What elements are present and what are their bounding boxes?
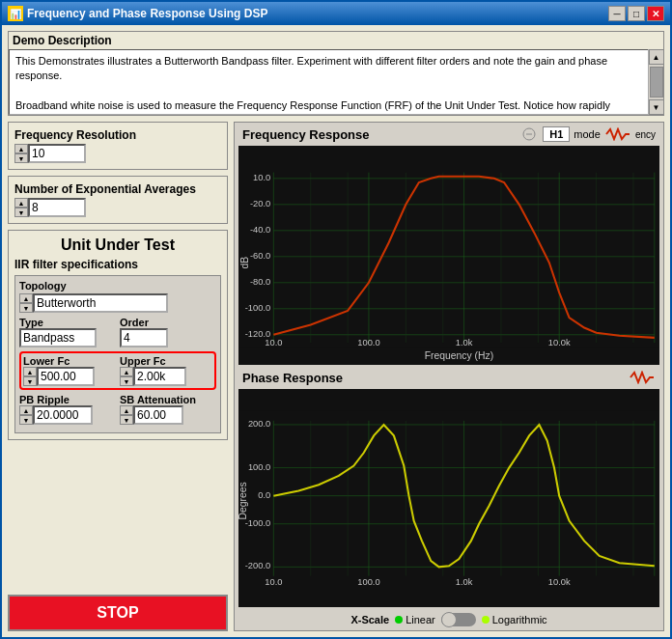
upper-fc-label: Upper Fc <box>120 355 212 367</box>
upper-fc-input[interactable]: 2.00k <box>133 367 186 386</box>
svg-text:-200.0: -200.0 <box>245 561 270 570</box>
svg-text:0.0: 0.0 <box>258 489 270 499</box>
frequency-resolution-box: Frequency Resolution ▲ ▼ 10 <box>8 122 228 170</box>
mode-text: mode <box>574 128 601 140</box>
minimize-button[interactable]: ─ <box>608 6 626 21</box>
left-panel: Frequency Resolution ▲ ▼ 10 Number of Ex… <box>8 122 228 631</box>
svg-text:100.0: 100.0 <box>357 577 379 587</box>
xscale-toggle[interactable] <box>441 613 476 626</box>
svg-text:1.0k: 1.0k <box>456 577 473 587</box>
pb-ripple-spin[interactable]: ▲ ▼ <box>19 405 33 425</box>
demo-description-label: Demo Description <box>9 32 663 49</box>
linear-indicator <box>395 616 403 624</box>
svg-text:dB: dB <box>239 257 250 269</box>
frequency-spin-down[interactable]: ▼ <box>14 153 28 163</box>
right-panel: Frequency Response H1 mode ency <box>234 122 664 631</box>
ripple-atten-row: PB Ripple ▲ ▼ 20.0000 SB <box>19 394 216 425</box>
frequency-spin-control[interactable]: ▲ ▼ <box>14 144 28 163</box>
close-button[interactable]: ✕ <box>647 6 664 21</box>
exponential-averages-label: Number of Exponential Averages <box>14 182 221 196</box>
type-col: Type Bandpass <box>19 317 116 347</box>
window-title: Frequency and Phase Response Using DSP <box>27 7 608 20</box>
svg-text:10.0k: 10.0k <box>548 338 571 347</box>
sb-spin-up[interactable]: ▲ <box>120 405 133 415</box>
scroll-up-arrow[interactable]: ▲ <box>649 49 664 65</box>
linear-scale-item: Linear <box>395 614 435 625</box>
averages-spin-up[interactable]: ▲ <box>14 198 28 208</box>
phase-chart-header: Phase Response <box>238 371 659 385</box>
lower-fc-label: Lower Fc <box>23 355 116 367</box>
sb-spin-down[interactable]: ▼ <box>120 415 133 425</box>
pb-ripple-input-row: ▲ ▼ 20.0000 <box>19 405 116 425</box>
lower-fc-spin-down[interactable]: ▼ <box>23 376 37 386</box>
mode-controls: H1 mode ency <box>519 126 656 142</box>
h1-mode-icon <box>519 127 539 141</box>
svg-text:10.0: 10.0 <box>265 577 282 587</box>
frequency-resolution-label: Frequency Resolution <box>14 128 221 142</box>
scroll-thumb[interactable] <box>650 67 663 97</box>
title-bar: 📊 Frequency and Phase Response Using DSP… <box>2 2 670 25</box>
fc-highlighted-box: Lower Fc ▲ ▼ 500.00 Uppe <box>19 351 216 390</box>
pb-spin-up[interactable]: ▲ <box>19 405 33 415</box>
title-bar-buttons: ─ □ ✕ <box>608 6 664 21</box>
order-label: Order <box>120 317 216 328</box>
log-indicator <box>482 616 490 624</box>
topology-spin-up[interactable]: ▲ <box>19 293 33 303</box>
lower-fc-spin[interactable]: ▲ ▼ <box>23 367 37 386</box>
topology-spin-down[interactable]: ▼ <box>19 303 33 313</box>
pb-ripple-label: PB Ripple <box>19 394 116 405</box>
svg-text:-40.0: -40.0 <box>250 225 270 235</box>
sb-spin[interactable]: ▲ ▼ <box>120 405 133 425</box>
svg-text:200.0: 200.0 <box>248 419 270 429</box>
logarithmic-label: Logarithmic <box>492 614 547 625</box>
upper-fc-spin-down[interactable]: ▼ <box>120 376 133 386</box>
lower-fc-spin-up[interactable]: ▲ <box>23 367 37 376</box>
sb-atten-label: SB Attenuation <box>120 394 216 405</box>
order-input[interactable]: 4 <box>120 328 168 347</box>
svg-text:-80.0: -80.0 <box>250 277 270 287</box>
sb-atten-input[interactable]: 60.00 <box>133 405 183 425</box>
main-window: 📊 Frequency and Phase Response Using DSP… <box>0 0 672 639</box>
main-panels: Frequency Resolution ▲ ▼ 10 Number of Ex… <box>8 122 664 631</box>
svg-text:10.0k: 10.0k <box>548 577 571 587</box>
pb-spin-down[interactable]: ▼ <box>19 415 33 425</box>
phase-chart-wrapper: 200.0 100.0 0.0 -100.0 -200.0 Degrees <box>238 389 659 608</box>
frequency-resolution-input-row: ▲ ▼ 10 <box>14 144 221 163</box>
type-input[interactable]: Bandpass <box>19 328 97 347</box>
toggle-knob <box>441 612 457 627</box>
upper-fc-spin-up[interactable]: ▲ <box>120 367 133 376</box>
h1-mode-button[interactable]: H1 <box>543 126 570 142</box>
demo-description-content: This Demonstrates illustrates a Butterwo… <box>9 49 663 115</box>
topology-input[interactable]: Butterworth <box>33 293 168 313</box>
description-scrollbar[interactable]: ▲ ▼ <box>648 49 663 115</box>
svg-text:100.0: 100.0 <box>357 338 379 347</box>
freq-chart-title: Frequency Response <box>242 127 370 142</box>
demo-description-text: This Demonstrates illustrates a Butterwo… <box>9 49 663 115</box>
ency-label: ency <box>635 129 656 140</box>
svg-text:10.0: 10.0 <box>253 173 270 182</box>
lower-fc-input[interactable]: 500.00 <box>37 367 95 386</box>
phase-chart-title: Phase Response <box>242 371 343 385</box>
phase-chart-svg: 200.0 100.0 0.0 -100.0 -200.0 Degrees <box>238 389 659 608</box>
svg-text:-100.0: -100.0 <box>245 517 270 527</box>
stop-button[interactable]: STOP <box>8 595 228 631</box>
frequency-spin-up[interactable]: ▲ <box>14 144 28 153</box>
unit-under-test-title: Unit Under Test <box>14 236 221 254</box>
svg-text:10.0: 10.0 <box>265 338 282 347</box>
svg-text:-60.0: -60.0 <box>250 251 270 261</box>
topology-spin-control[interactable]: ▲ ▼ <box>19 293 33 313</box>
scroll-down-arrow[interactable]: ▼ <box>649 99 664 115</box>
freq-chart-wrapper: 10.0 -20.0 -40.0 -60.0 -80.0 -100.0 -120… <box>238 146 659 365</box>
exponential-averages-box: Number of Exponential Averages ▲ ▼ 8 <box>8 176 228 224</box>
upper-fc-spin[interactable]: ▲ ▼ <box>120 367 133 386</box>
averages-spin-control[interactable]: ▲ ▼ <box>14 198 28 217</box>
exponential-averages-input[interactable]: 8 <box>28 198 86 217</box>
averages-spin-down[interactable]: ▼ <box>14 208 28 217</box>
pb-ripple-input[interactable]: 20.0000 <box>33 405 93 425</box>
upper-fc-input-row: ▲ ▼ 2.00k <box>120 367 212 386</box>
lower-fc-col: Lower Fc ▲ ▼ 500.00 <box>23 355 116 386</box>
logarithmic-scale-item: Logarithmic <box>482 614 547 625</box>
freq-chart-header: Frequency Response H1 mode ency <box>238 126 659 142</box>
frequency-resolution-input[interactable]: 10 <box>28 144 86 163</box>
maximize-button[interactable]: □ <box>628 6 645 21</box>
